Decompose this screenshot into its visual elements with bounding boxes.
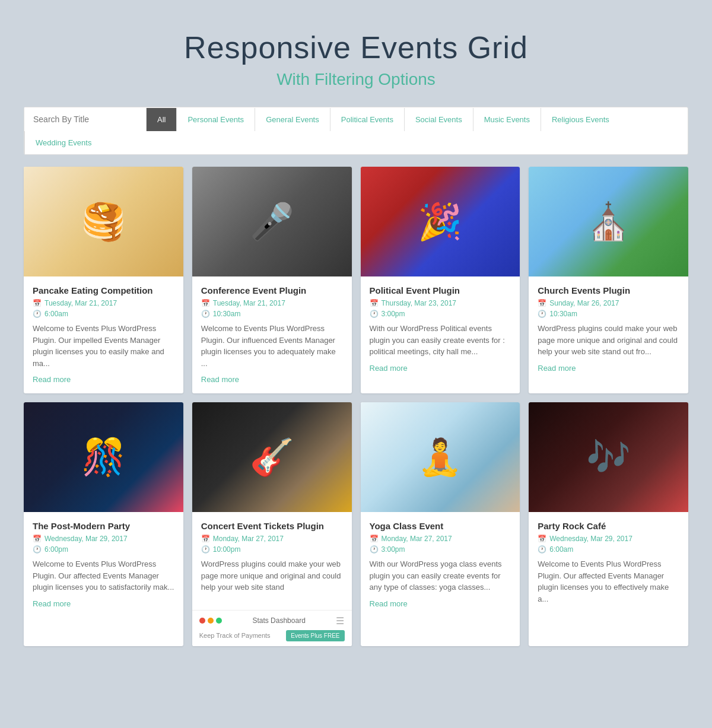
event-date-meta: 📅 Wednesday, Mar 29, 2017 <box>538 535 679 543</box>
event-description: Welcome to Events Plus WordPress Plugin.… <box>201 323 343 369</box>
event-time: 3:00pm <box>382 310 405 318</box>
event-description: Welcome to Events Plus WordPress Plugin.… <box>33 558 174 593</box>
dot-yellow <box>208 618 214 624</box>
event-card-body: Conference Event Plugin 📅 Tuesday, Mar 2… <box>192 276 352 393</box>
calendar-icon: 📅 <box>33 535 42 543</box>
event-time-meta: 🕐 3:00pm <box>370 310 511 318</box>
search-input[interactable] <box>24 107 146 131</box>
read-more-link[interactable]: Read more <box>370 599 408 608</box>
read-more-link[interactable]: Read more <box>33 375 71 384</box>
filter-btn-all[interactable]: All <box>146 108 176 131</box>
page-title: Responsive Events Grid <box>12 30 700 65</box>
event-time: 6:00am <box>549 545 573 554</box>
event-card-body: Pancake Eating Competition 📅 Tuesday, Ma… <box>24 276 183 393</box>
calendar-icon: 📅 <box>538 535 546 543</box>
event-date: Sunday, Mar 26, 2017 <box>549 299 619 307</box>
stats-dots <box>199 618 222 624</box>
event-description: With our WordPress yoga class events plu… <box>370 558 511 593</box>
filter-btn-general[interactable]: General Events <box>255 108 330 131</box>
event-date: Thursday, Mar 23, 2017 <box>382 299 457 307</box>
filter-btn-religious[interactable]: Religious Events <box>541 108 620 131</box>
event-title: Concert Event Tickets Plugin <box>201 521 343 531</box>
event-card: 🥞 Pancake Eating Competition 📅 Tuesday, … <box>24 167 183 393</box>
event-description: Welcome to Events Plus WordPress Plugin.… <box>538 558 679 605</box>
filter-btn-political[interactable]: Political Events <box>330 108 404 131</box>
event-time: 6:00pm <box>44 545 68 554</box>
calendar-icon: 📅 <box>370 535 379 543</box>
main-content: All Personal Events General Events Polit… <box>12 107 700 664</box>
page-header: Responsive Events Grid With Filtering Op… <box>0 0 712 107</box>
event-card-body: Concert Event Tickets Plugin 📅 Monday, M… <box>192 512 352 607</box>
read-more-link[interactable]: Read more <box>370 364 408 373</box>
event-title: Conference Event Plugin <box>201 285 343 295</box>
event-time: 3:00pm <box>382 545 405 554</box>
calendar-icon: 📅 <box>538 299 546 307</box>
event-card: 🎤 Conference Event Plugin 📅 Tuesday, Mar… <box>192 167 352 393</box>
event-title: Party Rock Café <box>538 521 679 531</box>
event-date: Monday, Mar 27, 2017 <box>213 535 284 543</box>
event-image: 🎸 <box>192 402 352 512</box>
event-time-meta: 🕐 6:00am <box>33 310 174 318</box>
event-time-meta: 🕐 10:00pm <box>201 545 343 554</box>
filter-btn-music[interactable]: Music Events <box>473 108 541 131</box>
calendar-icon: 📅 <box>370 299 379 307</box>
event-card: ⛪ Church Events Plugin 📅 Sunday, Mar 26,… <box>529 167 688 393</box>
stats-title: Stats Dashboard <box>252 616 305 625</box>
event-date-meta: 📅 Wednesday, Mar 29, 2017 <box>33 535 174 543</box>
event-time: 10:30am <box>549 310 577 318</box>
event-date-meta: 📅 Monday, Mar 27, 2017 <box>370 535 511 543</box>
event-card-body: Political Event Plugin 📅 Thursday, Mar 2… <box>361 276 520 382</box>
event-card: 🎸 Concert Event Tickets Plugin 📅 Monday,… <box>192 402 352 646</box>
calendar-icon: 📅 <box>201 535 210 543</box>
event-card: 🎉 Political Event Plugin 📅 Thursday, Mar… <box>361 167 520 393</box>
event-time-meta: 🕐 10:30am <box>538 310 679 318</box>
filter-btn-wedding[interactable]: Wedding Events <box>24 131 102 154</box>
keep-track-text: Keep Track of Payments <box>199 632 271 639</box>
event-title: Church Events Plugin <box>538 285 679 295</box>
event-description: WordPress plugins could make your web pa… <box>201 558 343 593</box>
event-time: 10:30am <box>213 310 241 318</box>
dot-green <box>216 618 222 624</box>
event-date: Wednesday, Mar 29, 2017 <box>549 535 632 543</box>
read-more-link[interactable]: Read more <box>201 375 239 384</box>
filter-btn-social[interactable]: Social Events <box>404 108 473 131</box>
event-date: Tuesday, Mar 21, 2017 <box>44 299 117 307</box>
event-date: Wednesday, Mar 29, 2017 <box>44 535 128 543</box>
event-time-meta: 🕐 10:30am <box>201 310 343 318</box>
event-title: Yoga Class Event <box>370 521 511 531</box>
event-time: 6:00am <box>44 310 68 318</box>
event-image: 🎤 <box>192 167 352 276</box>
event-image: ⛪ <box>529 167 688 276</box>
events-grid: 🥞 Pancake Eating Competition 📅 Tuesday, … <box>24 167 688 646</box>
clock-icon: 🕐 <box>538 310 546 318</box>
event-title: Political Event Plugin <box>370 285 511 295</box>
event-image: 🧘 <box>361 402 520 512</box>
event-card: 🎶 Party Rock Café 📅 Wednesday, Mar 29, 2… <box>529 402 688 646</box>
event-card-body: The Post-Modern Party 📅 Wednesday, Mar 2… <box>24 512 183 618</box>
event-card-body: Church Events Plugin 📅 Sunday, Mar 26, 2… <box>529 276 688 382</box>
event-date-meta: 📅 Tuesday, Mar 21, 2017 <box>201 299 343 307</box>
clock-icon: 🕐 <box>538 545 546 554</box>
filter-btn-personal[interactable]: Personal Events <box>176 108 255 131</box>
clock-icon: 🕐 <box>370 310 379 318</box>
event-image: 🎶 <box>529 402 688 512</box>
event-description: With our WordPress Political events plug… <box>370 323 511 358</box>
hamburger-icon: ☰ <box>336 615 344 627</box>
free-btn[interactable]: Events Plus FREE <box>286 630 344 641</box>
event-card-body: Party Rock Café 📅 Wednesday, Mar 29, 201… <box>529 512 688 618</box>
event-image: 🎉 <box>361 167 520 276</box>
event-description: WordPress plugins could make your web pa… <box>538 323 679 358</box>
clock-icon: 🕐 <box>201 310 210 318</box>
event-title: The Post-Modern Party <box>33 521 174 531</box>
clock-icon: 🕐 <box>33 310 42 318</box>
event-card: 🧘 Yoga Class Event 📅 Monday, Mar 27, 201… <box>361 402 520 646</box>
event-title: Pancake Eating Competition <box>33 285 174 295</box>
read-more-link[interactable]: Read more <box>538 364 576 373</box>
event-image: 🥞 <box>24 167 183 276</box>
event-date: Monday, Mar 27, 2017 <box>382 535 452 543</box>
stats-preview-partial: Stats Dashboard ☰ Keep Track of Payments… <box>192 610 352 646</box>
page-subtitle: With Filtering Options <box>12 70 700 89</box>
clock-icon: 🕐 <box>33 545 42 554</box>
read-more-link[interactable]: Read more <box>33 599 71 608</box>
clock-icon: 🕐 <box>370 545 379 554</box>
